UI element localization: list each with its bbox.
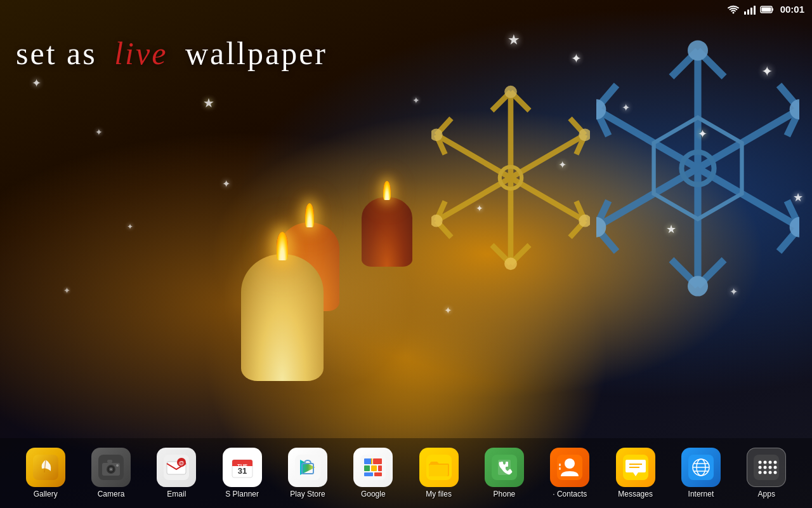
sparkle-5: ★ bbox=[508, 32, 520, 48]
camera-icon-bg[interactable] bbox=[91, 448, 131, 487]
svg-point-106 bbox=[769, 466, 772, 469]
text-wallpaper: wallpaper bbox=[185, 36, 327, 71]
google-label: Google bbox=[361, 490, 386, 498]
svg-point-105 bbox=[764, 466, 767, 469]
svg-point-61 bbox=[116, 464, 119, 467]
sparkle-10: ★ bbox=[666, 222, 676, 236]
svg-text:31: 31 bbox=[237, 466, 246, 476]
svg-rect-81 bbox=[374, 472, 382, 476]
dock-item-messages[interactable]: Messages bbox=[607, 448, 664, 498]
svg-point-107 bbox=[774, 466, 777, 469]
svg-rect-79 bbox=[371, 465, 377, 471]
messages-label: Messages bbox=[618, 490, 653, 498]
dock-item-internet[interactable]: Internet bbox=[672, 448, 730, 498]
svg-rect-82 bbox=[371, 458, 372, 464]
svg-rect-49 bbox=[754, 6, 756, 15]
sparkle-17: ✦ bbox=[412, 95, 420, 105]
svg-point-16 bbox=[504, 86, 517, 98]
svg-point-101 bbox=[764, 461, 767, 464]
svg-rect-47 bbox=[747, 10, 749, 15]
dock-item-myfiles[interactable]: My files bbox=[410, 448, 468, 498]
sparkle-15: ✦ bbox=[761, 64, 773, 80]
svg-point-103 bbox=[774, 461, 777, 464]
svg-point-45 bbox=[732, 11, 734, 13]
snowflake-gold bbox=[431, 76, 590, 279]
sparkle-6: ✦ bbox=[698, 127, 707, 141]
sparkle-12: ✦ bbox=[444, 305, 452, 316]
sparkle-11: ✦ bbox=[63, 286, 70, 295]
dock-item-playstore[interactable]: Play Store bbox=[279, 448, 336, 498]
camera-label: Camera bbox=[98, 490, 125, 498]
sparkle-8: ✦ bbox=[222, 178, 230, 190]
svg-point-111 bbox=[774, 471, 777, 474]
contacts-label: · Contacts bbox=[553, 490, 587, 498]
email-label: Email bbox=[167, 490, 186, 498]
sparkle-1: ✦ bbox=[32, 76, 41, 90]
candle-back bbox=[362, 197, 412, 267]
svg-rect-78 bbox=[364, 465, 370, 471]
dock-item-contacts[interactable]: · Contacts bbox=[541, 448, 598, 498]
svg-point-100 bbox=[759, 461, 762, 464]
dock-item-apps[interactable]: Apps bbox=[738, 448, 795, 498]
wifi-icon bbox=[727, 4, 740, 15]
signal-icon bbox=[743, 4, 756, 15]
svg-rect-46 bbox=[744, 11, 746, 15]
sparkle-3: ✦ bbox=[571, 51, 582, 66]
dock-item-google[interactable]: Google bbox=[344, 448, 402, 498]
clock: 00:01 bbox=[780, 4, 804, 15]
svg-rect-52 bbox=[761, 7, 771, 11]
svg-text:@: @ bbox=[179, 460, 185, 466]
svg-rect-48 bbox=[750, 8, 752, 15]
svg-rect-89 bbox=[559, 467, 561, 470]
dock-item-phone[interactable]: Phone bbox=[476, 448, 533, 498]
svg-rect-88 bbox=[559, 464, 561, 466]
text-live: live bbox=[114, 36, 167, 71]
svg-rect-77 bbox=[373, 458, 382, 464]
svg-point-39 bbox=[688, 40, 708, 60]
svg-rect-76 bbox=[364, 458, 372, 464]
myfiles-icon-bg[interactable] bbox=[419, 448, 459, 487]
sparkle-9: ✦ bbox=[476, 203, 483, 213]
dock: Gallery Camera @ bbox=[0, 438, 812, 508]
phone-icon-bg[interactable] bbox=[485, 448, 524, 487]
svg-point-87 bbox=[565, 458, 575, 469]
svg-rect-80 bbox=[364, 472, 373, 476]
splanner-icon-bg[interactable]: TUE 31 bbox=[223, 448, 262, 487]
svg-point-108 bbox=[759, 471, 762, 474]
sparkle-18: ★ bbox=[793, 190, 803, 204]
gallery-label: Gallery bbox=[34, 490, 58, 498]
messages-icon-bg[interactable] bbox=[616, 448, 655, 487]
svg-point-59 bbox=[110, 469, 112, 471]
myfiles-label: My files bbox=[426, 490, 452, 498]
sparkle-13: ✦ bbox=[730, 286, 738, 298]
playstore-icon-bg[interactable] bbox=[288, 448, 327, 487]
playstore-label: Play Store bbox=[290, 490, 325, 498]
email-icon-bg[interactable]: @ bbox=[157, 448, 196, 487]
internet-icon-bg[interactable] bbox=[681, 448, 721, 487]
svg-point-104 bbox=[759, 466, 762, 469]
apps-icon-bg[interactable] bbox=[747, 448, 786, 487]
internet-label: Internet bbox=[688, 490, 714, 498]
splanner-label: S Planner bbox=[225, 490, 259, 498]
text-set-as: set as bbox=[16, 36, 97, 71]
status-bar: 00:01 bbox=[719, 0, 812, 18]
battery-icon bbox=[760, 5, 774, 14]
svg-rect-83 bbox=[378, 465, 382, 471]
phone-label: Phone bbox=[494, 490, 516, 498]
svg-rect-60 bbox=[107, 460, 112, 463]
dock-item-email[interactable]: @ Email bbox=[148, 448, 205, 498]
dock-item-gallery[interactable]: Gallery bbox=[17, 448, 74, 498]
svg-point-17 bbox=[504, 258, 517, 271]
contacts-icon-bg[interactable] bbox=[550, 448, 589, 487]
gallery-icon[interactable] bbox=[26, 448, 65, 487]
svg-point-102 bbox=[769, 461, 772, 464]
sparkle-4: ✦ bbox=[622, 102, 630, 114]
candle-large bbox=[241, 254, 324, 381]
dock-item-camera[interactable]: Camera bbox=[82, 448, 140, 498]
google-icon-bg[interactable] bbox=[353, 448, 393, 487]
sparkle-16: ✦ bbox=[558, 159, 566, 171]
svg-rect-51 bbox=[772, 8, 773, 11]
sparkle-7: ✦ bbox=[127, 222, 133, 231]
dock-item-splanner[interactable]: TUE 31 S Planner bbox=[214, 448, 271, 498]
svg-point-40 bbox=[688, 276, 708, 297]
